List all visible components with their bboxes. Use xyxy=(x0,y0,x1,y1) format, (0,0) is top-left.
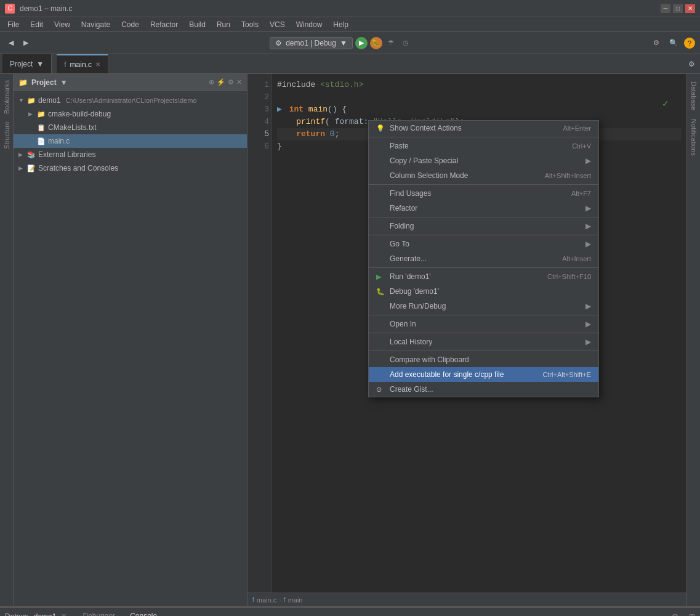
panel-sync-icon[interactable]: ⚡ xyxy=(217,78,225,86)
menu-item-code[interactable]: Code xyxy=(116,19,144,30)
menu-item-edit[interactable]: Edit xyxy=(25,19,48,30)
debug-expand-icon[interactable]: ⊞ xyxy=(689,612,695,617)
run-button[interactable]: ▶ xyxy=(355,37,368,49)
debug-session-close[interactable]: ✕ xyxy=(61,612,66,616)
bookmarks-label[interactable]: Bookmarks xyxy=(2,76,12,118)
right-sidebar: Database Notifications xyxy=(686,74,700,606)
line-num-6: 6 xyxy=(250,140,269,153)
ctx-sep1 xyxy=(369,137,598,137)
toolbar-btn-navigate-back[interactable]: ◀ xyxy=(5,38,17,48)
menu-item-tools[interactable]: Tools xyxy=(236,19,264,30)
ctx-find-usages[interactable]: Find Usages Alt+F7 xyxy=(369,186,598,201)
breadcrumb-file-icon: f xyxy=(252,596,254,603)
line-num-2: 2 xyxy=(250,91,269,103)
panel-close-icon[interactable]: ✕ xyxy=(236,78,242,86)
title-bar: C demo1 – main.c ─ □ ✕ xyxy=(0,0,700,17)
split-area: Debug: demo1 ✕ Debugger Console ⚙ ─ ⊞ ▶ … xyxy=(0,606,700,616)
tree-item-mainc[interactable]: ▶ 📄 main.c xyxy=(14,134,247,148)
panel-gear-icon[interactable]: ⚙ xyxy=(228,78,234,86)
debug-panel: Debug: demo1 ✕ Debugger Console ⚙ ─ ⊞ ▶ … xyxy=(0,608,700,616)
ctx-debug-demo1[interactable]: 🐛 Debug 'demo1' xyxy=(369,284,598,299)
maximize-button[interactable]: □ xyxy=(673,4,683,13)
minimize-button[interactable]: ─ xyxy=(661,4,670,13)
tree-item-ext-libs[interactable]: ▶ 📚 External Libraries xyxy=(14,148,247,161)
ctx-sep5 xyxy=(369,267,598,268)
database-label[interactable]: Database xyxy=(690,79,698,113)
ctx-copy-paste-special[interactable]: Copy / Paste Special ▶ xyxy=(369,153,598,168)
tree-item-demo1[interactable]: ▼ 📁 demo1 C:\Users\Administrator\CLionPr… xyxy=(14,94,247,107)
project-panel-arrow: ▼ xyxy=(60,78,68,87)
left-sidebar: Bookmarks Structure xyxy=(0,74,14,606)
menu-item-window[interactable]: Window xyxy=(291,19,328,30)
breadcrumb-func-icon: f xyxy=(284,596,286,603)
breadcrumb-file[interactable]: main.c xyxy=(257,596,276,604)
menu-item-file[interactable]: File xyxy=(2,19,24,30)
project-tab-label: Project xyxy=(10,60,33,68)
debug-settings-icon[interactable]: ⚙ xyxy=(672,612,678,617)
ctx-paste[interactable]: Paste Ctrl+V xyxy=(369,139,598,153)
toolbar-btn-navigate-fwd[interactable]: ▶ xyxy=(20,38,32,48)
tree-item-cmakelists[interactable]: ▶ 📋 CMakeLists.txt xyxy=(14,121,247,134)
help-button[interactable]: ? xyxy=(684,38,695,49)
tree-item-cmake-build[interactable]: ▶ 📁 cmake-build-debug xyxy=(14,107,247,121)
ctx-folding[interactable]: Folding ▶ xyxy=(369,219,598,233)
tree-icon-cmake: 📁 xyxy=(37,110,46,118)
tree-item-scratches[interactable]: ▶ 📝 Scratches and Consoles xyxy=(14,161,247,175)
debug-tab-console[interactable]: Console xyxy=(124,609,163,617)
run-icon: ▶ xyxy=(376,273,385,281)
editor-tab-close[interactable]: ✕ xyxy=(95,61,100,68)
tree-label-scratches: Scratches and Consoles xyxy=(38,164,118,172)
ctx-sep7 xyxy=(369,333,598,333)
tree-label-mainc: main.c xyxy=(48,137,70,145)
profiler-button[interactable]: ◷ xyxy=(400,37,412,49)
ctx-refactor[interactable]: Refactor ▶ xyxy=(369,201,598,216)
debug-minimize-icon[interactable]: ─ xyxy=(681,612,686,617)
tab-settings-icon[interactable]: ⚙ xyxy=(688,60,695,68)
ctx-sep3 xyxy=(369,217,598,217)
ctx-show-context-actions[interactable]: 💡 Show Context Actions Alt+Enter xyxy=(369,121,598,136)
debug-button[interactable]: 🐛 xyxy=(370,37,382,49)
menu-item-vcs[interactable]: VCS xyxy=(265,19,290,30)
breadcrumb-func[interactable]: main xyxy=(288,596,303,604)
ctx-compare-clipboard[interactable]: Compare with Clipboard xyxy=(369,352,598,367)
run-config[interactable]: ⚙ demo1 | Debug ▼ xyxy=(270,37,353,49)
check-mark: ✓ xyxy=(662,99,669,108)
debug-tab-debugger[interactable]: Debugger xyxy=(76,609,121,617)
menu-item-run[interactable]: Run xyxy=(212,19,235,30)
menu-item-help[interactable]: Help xyxy=(328,19,353,30)
menu-item-build[interactable]: Build xyxy=(184,19,211,30)
settings-button[interactable]: ⚙ xyxy=(650,38,663,48)
ctx-local-history[interactable]: Local History ▶ xyxy=(369,334,598,349)
ctx-run-demo1[interactable]: ▶ Run 'demo1' Ctrl+Shift+F10 xyxy=(369,269,598,284)
structure-label[interactable]: Structure xyxy=(2,118,12,153)
tree-icon-mainc: 📄 xyxy=(37,137,46,145)
menu-item-navigate[interactable]: Navigate xyxy=(76,19,115,30)
ctx-open-in[interactable]: Open In ▶ xyxy=(369,317,598,331)
ctx-create-gist[interactable]: ⊙ Create Gist... xyxy=(369,382,598,397)
project-tab[interactable]: Project ▼ xyxy=(2,54,52,73)
line-num-4: 4 xyxy=(250,116,269,128)
debug-panel-header: Debug: demo1 ✕ Debugger Console ⚙ ─ ⊞ xyxy=(0,608,700,616)
tab-bar: Project ▼ f main.c ✕ ⚙ xyxy=(0,54,700,74)
ctx-goto[interactable]: Go To ▶ xyxy=(369,237,598,251)
ctx-add-executable[interactable]: Add executable for single c/cpp file Ctr… xyxy=(369,367,598,382)
ctx-sep6 xyxy=(369,315,598,315)
project-tab-arrow: ▼ xyxy=(36,60,44,68)
editor-tab-icon: f xyxy=(64,60,66,69)
close-button[interactable]: ✕ xyxy=(685,4,695,13)
ctx-generate[interactable]: Generate... Alt+Insert xyxy=(369,251,598,266)
gist-icon: ⊙ xyxy=(376,386,385,394)
run-config-arrow: ▼ xyxy=(340,39,347,47)
coverage-button[interactable]: ☂ xyxy=(385,37,397,49)
project-panel-icon: 📁 xyxy=(18,78,28,87)
menu-item-refactor[interactable]: Refactor xyxy=(145,19,183,30)
ctx-column-selection[interactable]: Column Selection Mode Alt+Shift+Insert xyxy=(369,168,598,183)
menu-item-view[interactable]: View xyxy=(49,19,75,30)
lightbulb-icon: 💡 xyxy=(376,124,385,132)
panel-expand-icon[interactable]: ⊕ xyxy=(209,78,214,86)
notifications-label[interactable]: Notifications xyxy=(690,116,698,158)
search-button[interactable]: 🔍 xyxy=(666,38,682,48)
ctx-more-run-debug[interactable]: More Run/Debug ▶ xyxy=(369,299,598,314)
editor-tab-mainc[interactable]: f main.c ✕ xyxy=(57,54,108,73)
tree-icon-cmakelists: 📋 xyxy=(37,124,46,132)
